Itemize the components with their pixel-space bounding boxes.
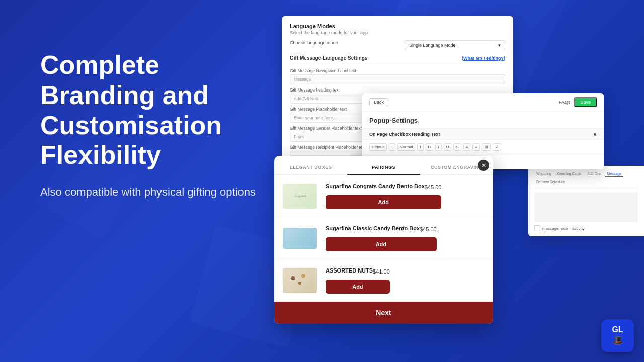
price-row-2: Sugarfina Classic Candy Bento Box $45.00 (326, 225, 437, 233)
toolbar-underline[interactable]: U (444, 143, 452, 151)
screenshots-area: Language Modes Select the language mode … (267, 0, 644, 362)
product-info-3: ASSORTED NUTS $41.00 Add (326, 267, 390, 294)
gift-section-header: Gift Message Language Settings (What am … (290, 55, 505, 64)
popup-toolbar: Default I Normal I B I U S ≡ ≡ ⊞ ✓ (362, 140, 604, 154)
product-info-2: Sugarfina Classic Candy Bento Box $45.00… (326, 225, 437, 251)
tab-wrapping[interactable]: Wrapping (534, 171, 553, 177)
toolbar-default[interactable]: Default (369, 143, 387, 151)
product-price-2: $45.00 (420, 226, 437, 232)
toolbar-italic[interactable]: I (435, 143, 441, 151)
product-image-2 (282, 224, 317, 252)
toolbar-font-i[interactable]: I (417, 143, 423, 151)
gift-section-link[interactable]: (What am I editing?) (462, 56, 505, 61)
toolbar-grid[interactable]: ⊞ (482, 143, 491, 151)
toolbar-bold[interactable]: B (426, 143, 434, 151)
sub-heading: Also compatible with physical gifting op… (40, 185, 257, 200)
toolbar-list-2[interactable]: ≡ (472, 143, 480, 151)
toolbar-strike[interactable]: S (453, 143, 461, 151)
popup-header: Back FAQs Save (362, 93, 604, 112)
lang-select-dropdown[interactable]: Single Language Mode ▾ (405, 40, 505, 50)
product-image-3 (282, 266, 317, 294)
field-nav-label-text: Gift Message Navigation Label text (290, 68, 505, 73)
toolbar-list-1[interactable]: ≡ (463, 143, 471, 151)
right-checkbox-label: message note – activity (542, 226, 585, 231)
mini-checkbox[interactable] (534, 225, 540, 231)
left-panel: Complete Branding and Customisation Flex… (40, 50, 257, 200)
faqs-link[interactable]: FAQs (559, 100, 571, 105)
popup-section-title: On Page Checkbox Heading Text (369, 132, 440, 137)
product-item-1: Sugarfina Congrats Candy Bento Box $45.0… (274, 175, 493, 217)
product-popup: ✕ ELEGANT BOXES PAIRINGS CUSTOM ENGRAVIN… (274, 156, 493, 324)
gl-badge: GL 🎩 (601, 319, 634, 352)
add-button-3[interactable]: Add (326, 280, 390, 294)
tab-delivery-schedule[interactable]: Delivery Schedule (534, 179, 567, 185)
product-tabs: ELEGANT BOXES PAIRINGS CUSTOM ENGRAVING (274, 156, 493, 175)
gift-section-title-text: Gift Message Language Settings (290, 55, 367, 61)
popup-title: Popup-Settings (362, 112, 604, 128)
back-button[interactable]: Back (369, 98, 388, 106)
right-checkbox-row: message note – activity (534, 225, 638, 231)
dropdown-chevron-icon: ▾ (498, 43, 501, 48)
add-button-2[interactable]: Add (326, 237, 437, 251)
product-name-2: Sugarfina Classic Candy Bento Box (326, 225, 420, 231)
tab-greeting-cards[interactable]: Greeting Cards (555, 171, 583, 177)
tab-add-ons[interactable]: Add Ons (585, 171, 603, 177)
product-info-1: Sugarfina Congrats Candy Bento Box $45.0… (326, 183, 441, 209)
collapse-icon[interactable]: ∧ (593, 132, 597, 137)
product-item-2: Sugarfina Classic Candy Bento Box $45.00… (274, 217, 493, 259)
tab-message[interactable]: Message (605, 171, 623, 177)
popup-section-header: On Page Checkbox Heading Text ∧ (362, 128, 604, 140)
product-price-1: $45.00 (425, 184, 442, 190)
right-snippet-panel: Wrapping Greeting Cards Add Ons Message … (528, 166, 644, 236)
close-button[interactable]: ✕ (478, 160, 489, 171)
product-price-3: $41.00 (373, 268, 390, 275)
tab-pairings[interactable]: PAIRINGS (347, 161, 420, 175)
field-nav-label-input[interactable]: Message (290, 74, 505, 84)
lang-select-value: Single Language Mode (409, 43, 456, 48)
main-heading: Complete Branding and Customisation Flex… (40, 50, 257, 170)
product-list: Sugarfina Congrats Candy Bento Box $45.0… (274, 175, 493, 302)
product-popup-header: ✕ ELEGANT BOXES PAIRINGS CUSTOM ENGRAVIN… (274, 156, 493, 175)
candy-box-classic (283, 228, 317, 249)
gl-badge-icon: 🎩 (612, 335, 623, 346)
gl-badge-text: GL (612, 326, 623, 334)
product-item-3: ASSORTED NUTS $41.00 Add (274, 259, 493, 302)
price-row-3: ASSORTED NUTS $41.00 (326, 267, 390, 276)
product-name-3: ASSORTED NUTS (326, 267, 373, 274)
popup-header-actions: FAQs Save (559, 97, 597, 107)
product-image-1 (282, 182, 317, 210)
lang-select-label: Choose language mode (290, 40, 338, 45)
product-name-1: Sugarfina Congrats Candy Bento Box (326, 183, 425, 189)
lang-panel-title: Language Modes (290, 23, 505, 29)
tab-elegant-boxes[interactable]: ELEGANT BOXES (274, 161, 347, 175)
field-nav-label: Gift Message Navigation Label text Messa… (290, 68, 505, 84)
nuts-box (283, 268, 317, 293)
toolbar-normal[interactable]: Normal (397, 143, 416, 151)
candy-box-congrats (283, 184, 317, 209)
next-button[interactable]: Next (274, 302, 493, 324)
right-content-area (534, 192, 638, 222)
price-row-1: Sugarfina Congrats Candy Bento Box $45.0… (326, 183, 441, 191)
add-button-1[interactable]: Add (326, 195, 441, 209)
right-panel-tabs: Wrapping Greeting Cards Add Ons Message … (534, 171, 638, 188)
field-heading-label: Gift Message heading text (290, 87, 505, 93)
toolbar-i[interactable]: I (389, 143, 395, 151)
toolbar-check[interactable]: ✓ (493, 143, 501, 151)
save-button[interactable]: Save (574, 97, 597, 107)
lang-panel-subtitle: Select the language mode for your app (290, 30, 505, 35)
